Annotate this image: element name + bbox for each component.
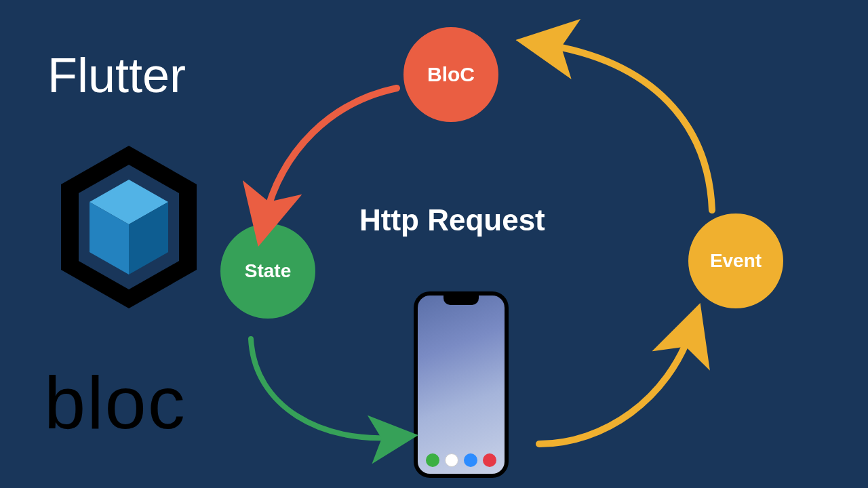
arrow-event-to-bloc <box>519 24 722 220</box>
bloc-cube-logo-icon <box>54 142 203 314</box>
event-node: Event <box>688 214 783 308</box>
event-node-label: Event <box>710 250 762 272</box>
state-node-label: State <box>245 260 291 282</box>
bloc-text-label: bloc <box>44 359 186 445</box>
bloc-node-label: BloC <box>427 63 475 86</box>
phone-app-1-icon <box>426 453 439 467</box>
phone-app-4-icon <box>483 453 496 467</box>
arrow-bloc-to-state <box>244 75 420 237</box>
diagram-title: Flutter <box>47 47 186 103</box>
phone-icon <box>414 291 509 478</box>
phone-app-2-icon <box>445 453 458 467</box>
arrow-state-to-phone <box>241 325 410 461</box>
phone-dock <box>418 453 505 467</box>
arrow-phone-to-event <box>529 312 705 461</box>
phone-app-3-icon <box>464 453 477 467</box>
state-node: State <box>220 224 315 319</box>
